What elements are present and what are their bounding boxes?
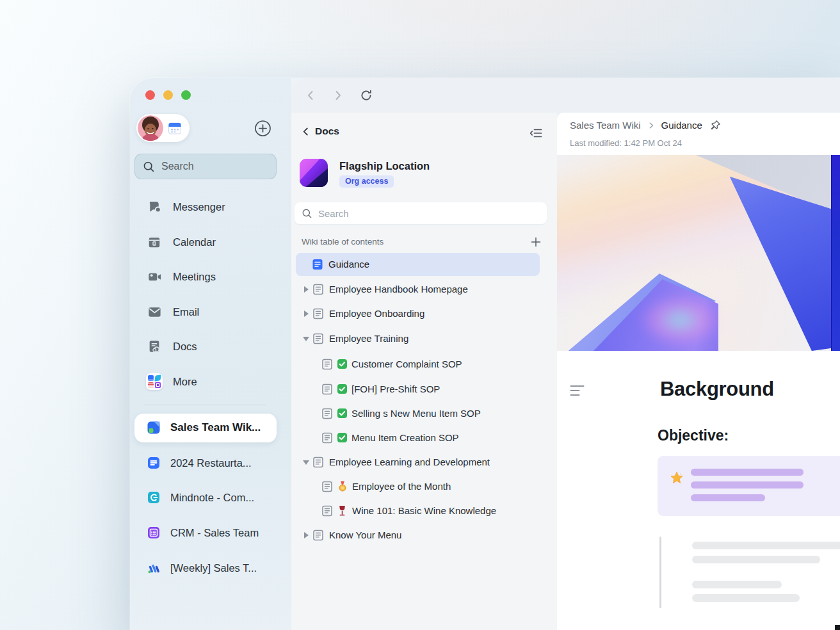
toc-item-label: Know Your Menu xyxy=(329,529,401,540)
toc-item-menu-item-creation-sop[interactable]: Menu Item Creation SOP xyxy=(296,426,540,449)
toc-item-employee-of-the-month[interactable]: Employee of the Month xyxy=(296,475,540,498)
sidebar-pin-weekly-sales[interactable]: [Weekly] Sales T... xyxy=(134,556,277,579)
profile-pill[interactable] xyxy=(136,114,190,142)
document-card: Sales Team Wiki Guidance Last m xyxy=(557,113,840,630)
quote-block-border xyxy=(659,537,661,608)
pin-icon[interactable] xyxy=(710,120,721,131)
minimize-window-button[interactable] xyxy=(163,90,173,100)
refresh-button[interactable] xyxy=(360,89,373,102)
toc-item-label: Employee Training xyxy=(329,333,408,344)
doc-outline-icon xyxy=(312,456,324,468)
toc-item-selling-new-menu-item-sop[interactable]: Selling s New Menu Item SOP xyxy=(296,402,540,425)
toc-item-employee-learning-and-development[interactable]: Employee Learning and Development xyxy=(296,451,540,474)
add-new-button[interactable] xyxy=(254,120,271,137)
toc-item-label: Wine 101: Basic Wine Knowledge xyxy=(352,505,496,516)
breadcrumb-parent[interactable]: Sales Team Wiki xyxy=(570,120,641,131)
wiki-search-input[interactable] xyxy=(318,208,510,219)
toc-item-guidance[interactable]: Guidance xyxy=(296,253,540,276)
toc-item-foh-preshift-sop[interactable]: [FOH] Pre-Shift SOP xyxy=(296,378,540,401)
toc-item-employee-handbook-homepage[interactable]: Employee Handbook Homepage xyxy=(296,278,540,301)
app-window: Messenger 1 Calendar xyxy=(130,78,840,630)
back-button[interactable] xyxy=(305,90,316,101)
more-apps-icon xyxy=(147,374,162,389)
expand-caret-icon[interactable] xyxy=(304,532,309,538)
toc-item-label: Menu Item Creation SOP xyxy=(351,432,459,443)
sidebar-pin-2024-restaurant[interactable]: 2024 Restaurta... xyxy=(134,451,277,474)
expand-caret-icon[interactable] xyxy=(304,311,309,317)
sidebar-item-label: Email xyxy=(173,306,199,318)
doc-subheading: Objective: xyxy=(658,427,729,444)
sidebar-item-label: Calendar xyxy=(173,236,216,248)
check-mark-emoji xyxy=(337,408,348,419)
toc-item-wine-101[interactable]: Wine 101: Basic Wine Knowledge xyxy=(296,499,540,522)
breadcrumb-current[interactable]: Guidance xyxy=(661,120,702,131)
sidebar-search-input[interactable] xyxy=(161,161,257,172)
check-mark-emoji xyxy=(337,432,348,444)
chevron-right-icon xyxy=(647,122,655,129)
collapse-panel-icon[interactable] xyxy=(529,126,543,140)
desktop-background: Messenger 1 Calendar xyxy=(0,0,840,630)
doc-outline-icon xyxy=(312,308,324,319)
weekly-report-icon xyxy=(147,561,161,575)
doc-outline-icon xyxy=(321,359,333,370)
doc-file-icon xyxy=(147,456,161,470)
toc-item-label: Guidance xyxy=(328,259,369,270)
sidebar-item-messenger[interactable]: Messenger xyxy=(134,196,277,218)
sidebar-search[interactable] xyxy=(134,154,277,179)
wiki-space-icon xyxy=(300,159,328,187)
envelope-icon xyxy=(147,304,162,319)
toc-item-know-your-menu[interactable]: Know Your Menu xyxy=(296,524,540,547)
sidebar-item-label: More xyxy=(173,376,197,388)
placeholder-bar xyxy=(692,581,782,588)
sidebar: Messenger 1 Calendar xyxy=(130,78,291,630)
pin-item-label: [Weekly] Sales T... xyxy=(170,562,257,574)
calendar-icon: 1 xyxy=(147,234,162,250)
document-icon xyxy=(147,339,162,354)
collapse-caret-icon[interactable] xyxy=(303,337,309,341)
sidebar-item-calendar[interactable]: 1 Calendar xyxy=(134,231,277,253)
toc-item-employee-training[interactable]: Employee Training xyxy=(296,327,540,350)
forward-button[interactable] xyxy=(332,90,344,101)
doc-outline-icon xyxy=(312,284,324,295)
collapse-caret-icon[interactable] xyxy=(303,460,309,465)
panels: Docs Flagship Location Org access xyxy=(291,113,840,630)
wiki-space-header[interactable]: Flagship Location Org access xyxy=(300,159,430,188)
docs-back-label: Docs xyxy=(315,125,339,137)
wiki-search[interactable] xyxy=(295,202,547,224)
hero-blue-strip xyxy=(831,155,840,351)
doc-outline-icon xyxy=(321,432,333,444)
mindnote-icon xyxy=(147,490,161,505)
toc-item-employee-onboarding[interactable]: Employee Onboarding xyxy=(296,302,540,325)
calendar-badge-icon[interactable] xyxy=(167,120,182,136)
toc-item-label: Selling s New Menu Item SOP xyxy=(351,408,481,419)
sidebar-item-email[interactable]: Email xyxy=(134,301,277,323)
add-page-button[interactable] xyxy=(529,236,542,248)
sidebar-pin-mindnote[interactable]: Mindnote - Com... xyxy=(134,486,277,509)
sidebar-divider xyxy=(144,405,266,405)
placeholder-bar xyxy=(692,542,840,549)
doc-outline-toggle-icon[interactable] xyxy=(570,384,585,397)
sidebar-pin-sales-team-wiki[interactable]: Sales Team Wik... xyxy=(134,416,277,439)
wiki-icon xyxy=(147,421,161,435)
sidebar-item-docs[interactable]: Docs xyxy=(134,335,277,357)
doc-outline-icon xyxy=(321,384,333,395)
callout-block[interactable] xyxy=(658,456,840,516)
navigation-chrome xyxy=(291,78,840,113)
sidebar-item-more[interactable]: More xyxy=(134,371,277,392)
avatar[interactable] xyxy=(138,115,163,141)
wine-glass-emoji xyxy=(337,505,349,517)
toc-title: Wiki table of contents xyxy=(302,237,384,246)
messenger-icon xyxy=(147,199,162,214)
sidebar-pin-crm-sales-team[interactable]: CRM - Sales Team xyxy=(134,521,277,544)
last-modified: Last modified: 1:42 PM Oct 24 xyxy=(570,138,682,148)
sidebar-item-label: Meetings xyxy=(173,271,216,283)
close-window-button[interactable] xyxy=(145,90,155,100)
sidebar-item-meetings[interactable]: Meetings xyxy=(134,266,277,287)
expand-caret-icon[interactable] xyxy=(304,286,309,293)
wiki-space-name: Flagship Location xyxy=(339,160,430,172)
toc-item-label: [FOH] Pre-Shift SOP xyxy=(351,384,440,394)
toc-item-customer-complaint-sop[interactable]: Customer Complaint SOP xyxy=(296,353,540,376)
placeholder-bar xyxy=(692,594,800,602)
maximize-window-button[interactable] xyxy=(181,90,191,100)
docs-back-nav[interactable]: Docs xyxy=(301,125,339,137)
